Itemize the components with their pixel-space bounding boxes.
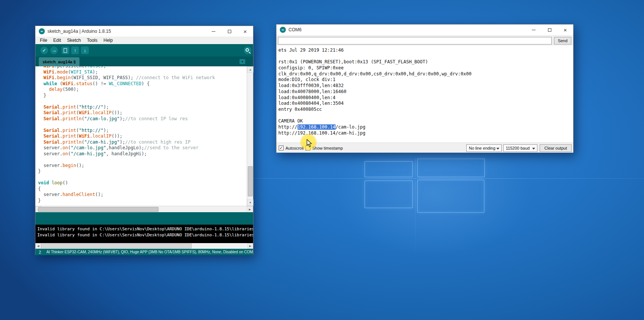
menubar: File Edit Sketch Tools Help [35, 37, 253, 44]
autoscroll-label[interactable]: Autoscroll [285, 146, 304, 150]
light-beam [415, 158, 415, 253]
horizontal-scrollbar-thumb[interactable] [38, 207, 159, 212]
close-icon: × [564, 27, 567, 33]
scroll-right-arrow-icon[interactable]: ▶ [247, 243, 253, 249]
close-icon: × [244, 29, 247, 34]
message-area [35, 212, 253, 225]
close-button[interactable]: × [237, 26, 253, 37]
code-line [38, 157, 247, 163]
minimize-icon [532, 30, 536, 30]
serial-titlebar[interactable]: ∞ COM6 × [276, 24, 573, 35]
editor-vertical-scrollbar[interactable]: ▲ ▼ [247, 66, 253, 206]
output-line: ets Jul 29 2019 12:21:46 [278, 47, 573, 54]
menu-tools[interactable]: Tools [84, 37, 101, 44]
output-line: load:0x40078000,len:16460 [278, 89, 573, 95]
upload-button[interactable]: → [50, 46, 58, 55]
code-line [38, 122, 247, 128]
code-line: server.on("/cam-lo.jpg",handleJpgLo);//s… [38, 145, 247, 151]
output-line: load:0x3fff0030,len:4832 [278, 83, 573, 89]
scroll-right-arrow-icon[interactable]: ▶ [247, 206, 253, 213]
code-editor[interactable]: WiFi.persistent(false); WiFi.mode(WIFI_S… [35, 66, 247, 206]
chevron-down-icon [496, 148, 499, 150]
arduino-logo-icon: ∞ [280, 27, 286, 33]
serial-output[interactable]: ets Jul 29 2019 12:21:46 rst:0x1 (POWERO… [276, 46, 573, 142]
minimize-button[interactable] [526, 24, 542, 35]
scroll-left-arrow-icon[interactable]: ◀ [35, 243, 41, 249]
toolbar: ✓ → ↑ ↓ [35, 44, 253, 57]
minimize-icon [212, 31, 215, 32]
autoscroll-checkbox[interactable]: ✓ [279, 145, 284, 150]
menu-help[interactable]: Help [101, 37, 116, 44]
minimize-button[interactable] [206, 26, 221, 37]
code-line: Serial.print(WiFi.localIP()); [38, 133, 247, 139]
arduino-titlebar[interactable]: ∞ sketch_aug14a | Arduino 1.8.15 × [35, 26, 253, 37]
verify-button[interactable]: ✓ [40, 46, 49, 55]
save-button[interactable]: ↓ [81, 46, 89, 55]
send-row: Send [276, 37, 573, 44]
window-controls: × [526, 24, 573, 35]
output-line: entry 0x400805cc [278, 107, 573, 113]
code-line [38, 175, 247, 181]
menu-edit[interactable]: Edit [50, 37, 64, 44]
menu-sketch[interactable]: Sketch [64, 37, 84, 44]
maximize-icon [228, 30, 231, 33]
scroll-down-arrow-icon[interactable]: ▼ [247, 199, 253, 206]
open-button[interactable]: ↑ [71, 46, 79, 55]
code-line: while (WiFi.status() != WL_CONNECTED) { [38, 81, 247, 87]
close-button[interactable]: × [557, 24, 573, 35]
tab-strip: sketch_aug14a § ▼ [35, 57, 253, 66]
arduino-ide-window: ∞ sketch_aug14a | Arduino 1.8.15 × File … [35, 26, 253, 255]
output-line: CAMERA OK [278, 118, 573, 124]
serial-input[interactable] [278, 37, 552, 44]
code-line: Serial.println("/cam-hi.jpg");//to conne… [38, 139, 247, 145]
new-sketch-button[interactable] [61, 46, 70, 55]
menu-file[interactable]: File [37, 37, 50, 44]
tab-sketch-aug14a[interactable]: sketch_aug14a § [39, 57, 79, 66]
code-line: Serial.print(WiFi.localIP()); [38, 110, 247, 116]
windows-logo-pane [365, 161, 413, 177]
maximize-button[interactable] [221, 26, 237, 37]
output-line [278, 113, 573, 119]
code-line: } [38, 198, 247, 204]
code-line: WiFi.begin(WIFI_SSID, WIFI_PASS); //conn… [38, 75, 247, 81]
vertical-scrollbar-thumb[interactable] [248, 166, 253, 196]
console-scrollbar-thumb[interactable] [41, 243, 192, 248]
editor-horizontal-scrollbar[interactable]: ◀ ▶ [35, 206, 253, 212]
output-line: load:0x40080404,len:3504 [278, 101, 573, 107]
tab-menu-button[interactable]: ▼ [239, 59, 246, 64]
arduino-logo-icon: ∞ [39, 28, 45, 34]
output-line [278, 54, 573, 60]
code-line: Serial.print("http://"); [38, 104, 247, 110]
serial-bottom-bar: ✓ Autoscroll Show timestamp No line endi… [276, 142, 573, 153]
maximize-icon [548, 28, 551, 32]
maximize-button[interactable] [542, 24, 557, 35]
arrow-right-icon: → [52, 48, 56, 53]
chevron-down-icon: ▼ [241, 60, 244, 63]
window-controls: × [206, 26, 253, 37]
document-icon [64, 48, 67, 53]
desktop: ∞ sketch_aug14a | Arduino 1.8.15 × File … [0, 0, 644, 320]
windows-logo-pane [417, 159, 485, 177]
scroll-up-arrow-icon[interactable]: ▲ [247, 66, 253, 73]
infinity-glyph: ∞ [41, 29, 43, 33]
show-timestamp-label[interactable]: Show timestamp [312, 146, 343, 150]
clear-output-button[interactable]: Clear output [540, 144, 572, 152]
check-icon: ✓ [279, 146, 283, 150]
serial-monitor-button[interactable] [243, 46, 252, 55]
console-line: Invalid library found in C:\Users\Servis… [37, 226, 253, 232]
code-line: delay(500); [38, 87, 247, 93]
send-button[interactable]: Send [554, 37, 571, 44]
infinity-glyph: ∞ [282, 28, 284, 32]
code-line: } [38, 93, 247, 99]
windows-logo-pane [365, 181, 413, 208]
baud-rate-dropdown[interactable]: 115200 baud [503, 144, 537, 152]
serial-monitor-window: ∞ COM6 × Send ets Jul 29 2019 12:21:46 r… [276, 24, 574, 153]
console-output[interactable]: Invalid library found in C:\Users\Servis… [35, 225, 253, 243]
console-scrollbar[interactable]: ◀ ▶ [35, 243, 253, 249]
line-ending-dropdown[interactable]: No line ending [466, 144, 502, 152]
chevron-down-icon [532, 148, 535, 150]
code-line [38, 98, 247, 104]
output-line: load:0x40080400,len:4 [278, 95, 573, 101]
window-title: COM6 [288, 27, 302, 32]
mouse-cursor-icon [307, 139, 313, 148]
